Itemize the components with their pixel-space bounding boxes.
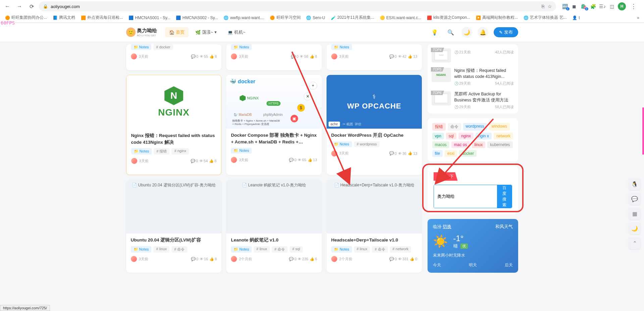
bookmarks-overflow[interactable]: » bbox=[635, 14, 641, 21]
article-card[interactable]: ⚕ WP OPCACHE ache ✂ 截图 评价 Docker WordPre… bbox=[327, 75, 422, 175]
tag[interactable]: # wordpress bbox=[354, 141, 380, 147]
bookmark-item[interactable]: 🟦HMCNAS002 - Sy... bbox=[174, 14, 220, 22]
article-card[interactable]: Headscale+Derp+Tailscale v1.0-奥力呦给 Heads… bbox=[327, 180, 422, 273]
article-card[interactable]: 📁 Notes 3天前 💬0 👁58 👍8 bbox=[226, 44, 322, 70]
article-card[interactable]: 📁 Notes# docker 3天前 💬0 👁55 👍8 bbox=[126, 44, 222, 70]
search-tab[interactable]: 百度一下 bbox=[434, 172, 458, 181]
rank-item[interactable]: TOP5 NGIИX Nginx 报错：Request failed with … bbox=[429, 65, 517, 89]
sidebar-tag[interactable]: file bbox=[432, 150, 443, 157]
sidebar-tag[interactable]: 命令 bbox=[448, 123, 461, 131]
rank-time: 29天前 bbox=[454, 81, 471, 86]
bookmark-item[interactable]: 🟦HMCNAS001 - Sy... bbox=[126, 14, 172, 22]
panel-icon[interactable]: ◫ bbox=[608, 3, 615, 10]
bookmark-item[interactable]: 🟡ESXi.want-want.c... bbox=[378, 14, 423, 22]
sidebar-tag[interactable]: linux bbox=[472, 141, 486, 148]
bookmark-item[interactable]: 🟠旺旺学习空间 bbox=[268, 13, 303, 22]
sidebar-tag[interactable]: wordpress bbox=[463, 123, 487, 131]
bookmark-item[interactable]: 👤t bbox=[570, 14, 582, 22]
nav-item[interactable]: 🌿荡漾~ ▾ bbox=[191, 27, 221, 37]
notes-tag[interactable]: 📁 Notes bbox=[131, 246, 152, 253]
tag[interactable]: # linux bbox=[153, 246, 169, 253]
article-card[interactable]: 📁 Notes 3天前 💬0 👁42 👍13 bbox=[327, 44, 422, 70]
browser-menu-icon[interactable]: ⋮ bbox=[629, 3, 639, 10]
back-to-top-icon[interactable]: ⌃ bbox=[629, 237, 641, 249]
search-input[interactable] bbox=[434, 185, 497, 208]
wechat-icon[interactable]: 💬 bbox=[629, 193, 641, 205]
tag[interactable]: # 命令 bbox=[272, 246, 288, 253]
sidebar-tag[interactable]: ngin x bbox=[476, 133, 492, 139]
ext-translate-icon[interactable]: 🔤1 bbox=[561, 3, 568, 10]
nav-item[interactable]: 💻机机~ bbox=[224, 27, 250, 37]
tag[interactable]: # 命令 bbox=[372, 246, 388, 253]
sidebar-tag[interactable]: sql bbox=[446, 133, 456, 139]
sidebar-tag[interactable]: docker bbox=[459, 150, 477, 157]
bookmark-item[interactable]: 🌐艺术字体转换器 艺... bbox=[521, 13, 568, 22]
sidebar-tag[interactable]: mac os bbox=[451, 141, 470, 148]
reload-button[interactable]: ⟳ bbox=[27, 2, 36, 11]
back-button[interactable]: ← bbox=[3, 2, 12, 11]
tag[interactable]: # network bbox=[390, 246, 411, 253]
tag[interactable]: # linux bbox=[354, 246, 370, 253]
notes-tag[interactable]: 📁 Notes bbox=[331, 44, 352, 50]
sidebar-tag[interactable]: kubernetes bbox=[487, 141, 512, 148]
notes-tag[interactable]: 📁 Notes bbox=[231, 44, 252, 50]
qq-icon[interactable]: 🐧 bbox=[629, 178, 641, 190]
search-button[interactable]: 百度搜索 bbox=[497, 185, 512, 208]
notes-tag[interactable]: 📁 Notes bbox=[131, 148, 152, 154]
bookmark-item[interactable]: 🧪2021年11月系统集... bbox=[329, 13, 376, 22]
bookmark-item[interactable]: 🟧外点资讯每日巡检... bbox=[79, 13, 125, 22]
tag[interactable]: # sql bbox=[290, 246, 303, 253]
nav-item[interactable]: 🏠首页 bbox=[165, 27, 189, 37]
sidebar-tag[interactable]: windows bbox=[489, 123, 510, 131]
playlist-icon[interactable]: ☰♪ bbox=[599, 3, 606, 10]
bookmark-item[interactable]: ▶️高端网站制作教程... bbox=[474, 13, 520, 22]
puzzle-icon[interactable]: 🧩 bbox=[590, 3, 596, 10]
forward-button[interactable]: → bbox=[15, 2, 24, 11]
weather-day[interactable]: 明天 bbox=[469, 262, 477, 268]
moon-icon[interactable]: 🌙 bbox=[629, 222, 641, 234]
notes-tag[interactable]: 📁 Notes bbox=[331, 141, 352, 147]
url-bar[interactable]: 🔒 aoliyougei.com ⎘ ☆ bbox=[39, 1, 556, 11]
star-icon[interactable]: ☆ bbox=[548, 4, 552, 9]
weather-day[interactable]: 后天 bbox=[505, 262, 513, 268]
article-card[interactable]: NNGINX Nginx 报错：Request failed with stat… bbox=[126, 75, 222, 175]
tag[interactable]: # 报错 bbox=[154, 148, 169, 154]
ext-wallet-icon[interactable]: ◼ bbox=[571, 3, 578, 10]
bookmark-item[interactable]: 🟥k8s资源之Compon... bbox=[425, 13, 472, 22]
tag[interactable]: # linux bbox=[254, 246, 270, 253]
bookmark-item[interactable]: 🌐Serv-U bbox=[304, 14, 327, 22]
notes-tag[interactable]: 📁 Notes bbox=[231, 148, 252, 153]
sidebar-tag[interactable]: 报错 bbox=[432, 123, 446, 131]
notes-tag[interactable]: 📁 Notes bbox=[331, 246, 352, 253]
dark-mode-icon[interactable]: 🌙 bbox=[461, 27, 472, 38]
article-card[interactable]: Ubuntu 20.04 逻辑分区(LVM)扩容-奥力呦给 Ubuntu 20.… bbox=[126, 180, 222, 273]
tag[interactable]: # 命令 bbox=[171, 246, 187, 253]
install-icon[interactable]: ⎘ bbox=[542, 4, 544, 9]
sidebar-tag[interactable]: network bbox=[494, 133, 513, 139]
sidebar-tag[interactable]: macos bbox=[432, 141, 449, 148]
article-card[interactable]: 🐳 docker + ✕ NGINX HTTPS 🦭 MariaDB phpMy… bbox=[226, 75, 322, 175]
article-card[interactable]: Leanote 蚂蚁笔记 v1.0-奥力呦给 Leanote 蚂蚁笔记 v1.0… bbox=[226, 180, 322, 273]
weather-day[interactable]: 今天 bbox=[433, 262, 441, 268]
notes-tag[interactable]: 📁 Notes bbox=[231, 246, 252, 253]
sidebar-tag[interactable]: esxi bbox=[445, 150, 457, 157]
sidebar-tag[interactable]: nginx bbox=[458, 133, 474, 139]
publish-button[interactable]: ✎ 发布 bbox=[494, 27, 518, 37]
bulb-icon[interactable]: 💡 bbox=[429, 27, 440, 38]
tag[interactable]: # nginx bbox=[171, 148, 189, 154]
notification-icon[interactable]: 🔔 bbox=[478, 27, 488, 38]
tag[interactable]: # docker bbox=[153, 44, 173, 50]
weather-switch-link[interactable]: 切换 bbox=[443, 224, 451, 229]
profile-avatar[interactable]: H bbox=[618, 2, 626, 10]
rank-item[interactable]: TOP4 〰 21天前42人已阅读 bbox=[429, 46, 517, 65]
ext-shopping-icon[interactable]: 🛍️0 bbox=[580, 3, 587, 10]
notes-tag[interactable]: 📁 Notes bbox=[131, 44, 152, 50]
bookmark-item[interactable]: 📘腾讯文档 bbox=[50, 13, 77, 22]
rank-time: 21天前 bbox=[454, 50, 471, 55]
search-icon[interactable]: 🔍 bbox=[445, 27, 456, 38]
qrcode-icon[interactable]: ▦ bbox=[629, 208, 641, 220]
bookmark-item[interactable]: 🌐wwftp.want-want.... bbox=[221, 14, 266, 22]
site-logo[interactable]: 🙂 奥力呦给 AO LI YOU GEI bbox=[126, 28, 157, 37]
sidebar-tag[interactable]: vpn bbox=[432, 133, 444, 139]
rank-item[interactable]: TOP6 黑群晖 Active Backup for Business 套件激活… bbox=[429, 89, 517, 112]
